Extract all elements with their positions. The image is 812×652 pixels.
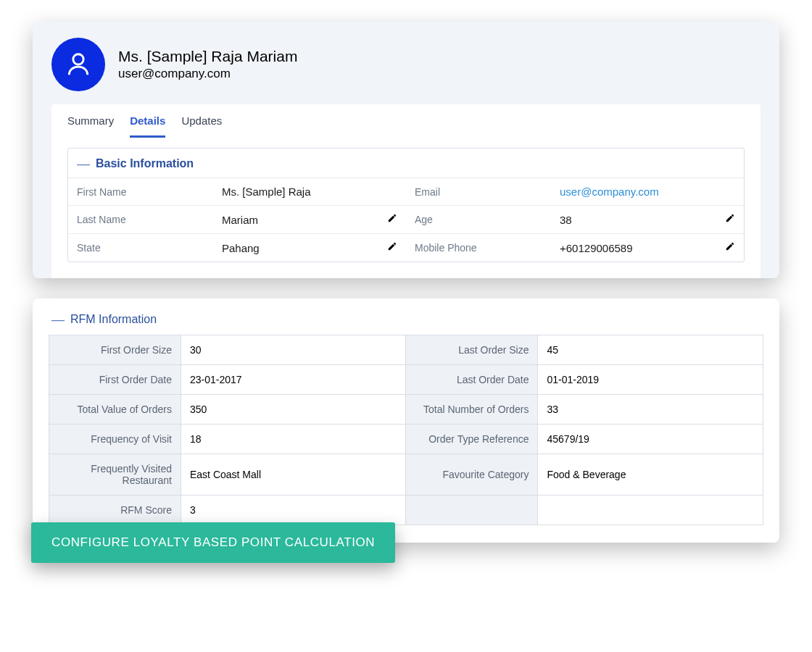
field-label: State [77,242,222,254]
collapse-icon: — [78,159,88,169]
field-label: Email [415,186,560,198]
rfm-value: 45 [538,335,763,365]
field-value: +60129006589 [560,242,715,254]
field-label: Mobile Phone [415,242,560,254]
rfm-value: 30 [181,335,406,365]
rfm-label: Frequency of Visit [49,425,181,454]
rfm-label: Favourite Category [406,454,538,496]
basic-info-wrap: — Basic Information First NameMs. [Sampl… [51,138,761,278]
basic-info-title-row[interactable]: — Basic Information [68,149,744,178]
rfm-label: Total Number of Orders [406,395,538,425]
rfm-value: 33 [538,395,763,425]
collapse-icon: — [53,314,63,325]
field-value: Mariam [222,214,377,226]
configure-loyalty-button[interactable]: CONFIGURE LOYALTY BASED POINT CALCULATIO… [31,522,395,563]
rfm-value: East Coast Mall [181,454,406,496]
field-pair: StatePahang [68,234,406,262]
tab-updates[interactable]: Updates [181,114,222,138]
rfm-row: RFM Score3 [49,496,763,525]
rfm-value: Food & Beverage [538,454,763,496]
rfm-label: Frequently Visited Restaurant [49,454,181,496]
rfm-value: 01-01-2019 [538,365,763,395]
tab-summary[interactable]: Summary [67,114,114,138]
rfm-row: Frequently Visited RestaurantEast Coast … [49,454,763,496]
edit-icon[interactable] [715,241,735,254]
tab-details[interactable]: Details [130,114,165,138]
avatar [51,38,105,91]
field-pair: Last NameMariam [68,206,406,233]
basic-info-row: Last NameMariamAge38 [68,205,744,233]
rfm-label: RFM Score [49,496,181,525]
edit-icon[interactable] [377,241,397,254]
basic-info-row: First NameMs. [Sample] RajaEmailuser@com… [68,178,744,205]
tabs: Summary Details Updates [51,104,761,138]
field-pair: Age38 [406,206,744,233]
field-pair: Mobile Phone+60129006589 [406,234,744,262]
person-icon [65,51,92,78]
rfm-label: First Order Size [49,335,181,365]
profile-text: Ms. [Sample] Raja Mariam user@company.co… [118,48,297,81]
rfm-row: Total Value of Orders350Total Number of … [49,395,763,425]
field-value: Ms. [Sample] Raja [222,185,377,198]
profile-name: Ms. [Sample] Raja Mariam [118,48,297,65]
rfm-row: First Order Date23-01-2017Last Order Dat… [49,365,763,395]
profile-email: user@company.com [118,67,297,81]
rfm-label: Last Order Date [406,365,538,395]
rfm-value: 45679/19 [538,425,763,454]
rfm-label: Last Order Size [406,335,538,365]
field-pair: Emailuser@company.com [406,178,744,205]
edit-icon[interactable] [715,213,735,226]
field-pair: First NameMs. [Sample] Raja [68,178,406,205]
profile-header: Ms. [Sample] Raja Mariam user@company.co… [51,38,761,101]
field-value: 38 [560,214,715,226]
rfm-row: Frequency of Visit18Order Type Reference… [49,425,763,454]
rfm-title: RFM Information [70,313,157,326]
rfm-table: First Order Size30Last Order Size45First… [49,335,763,525]
edit-icon[interactable] [377,213,397,226]
rfm-label: Total Value of Orders [49,395,181,425]
basic-info-row: StatePahangMobile Phone+60129006589 [68,233,744,262]
rfm-row: First Order Size30Last Order Size45 [49,335,763,365]
rfm-card: — RFM Information First Order Size30Last… [33,298,779,543]
rfm-value: 18 [181,425,406,454]
field-value: Pahang [222,242,377,254]
rfm-value [538,496,763,525]
basic-info-title: Basic Information [96,157,194,170]
rfm-value: 350 [181,395,406,425]
field-label: Age [415,214,560,225]
rfm-value: 3 [181,496,406,525]
field-label: First Name [77,186,222,198]
rfm-title-row[interactable]: — RFM Information [49,313,763,335]
basic-info-section: — Basic Information First NameMs. [Sampl… [67,148,745,262]
rfm-label: Order Type Reference [406,425,538,454]
rfm-label [406,496,538,525]
rfm-value: 23-01-2017 [181,365,406,395]
field-value[interactable]: user@company.com [560,185,715,198]
profile-card: Ms. [Sample] Raja Mariam user@company.co… [33,22,779,278]
field-label: Last Name [77,214,222,225]
rfm-label: First Order Date [49,365,181,395]
